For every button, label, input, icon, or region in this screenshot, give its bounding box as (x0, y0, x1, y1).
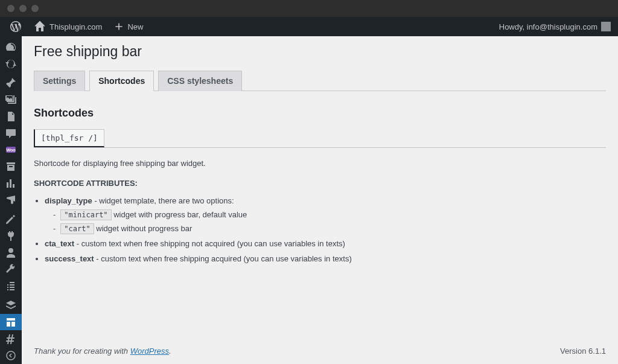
sidebar-item-appearance[interactable] (0, 211, 22, 228)
display-type-options: "minicart" widget with progress bar, def… (45, 210, 606, 233)
minimize-window-dot[interactable] (19, 5, 27, 12)
sidebar-item-comments[interactable] (0, 125, 22, 142)
sidebar-item-users[interactable] (0, 244, 22, 261)
window-titlebar (0, 0, 618, 17)
sidebar-item-analytics[interactable] (0, 175, 22, 192)
opt-cart: "cart" widget without progress bar (53, 224, 606, 233)
sidebar-item-generic-2[interactable] (0, 330, 22, 347)
sidebar-item-products[interactable] (0, 158, 22, 175)
settings-icon (5, 280, 17, 292)
chart-bar-icon (5, 177, 17, 190)
pin-icon (5, 77, 17, 89)
svg-point-2 (7, 351, 15, 360)
opt-desc: widget without progress bar (94, 224, 193, 233)
layers-icon (5, 299, 17, 311)
wordpress-link[interactable]: WordPress (130, 346, 169, 356)
plugin-active-icon (5, 316, 17, 328)
svg-text:Woo: Woo (6, 148, 15, 152)
attr-name: success_text (45, 254, 94, 263)
page-title: Free shipping bar (34, 43, 606, 60)
attr-success-text: success_text - custom text when free shi… (45, 254, 606, 263)
attributes-heading: SHORTCODE ATTRIBUTES: (34, 179, 606, 188)
sidebar-item-thisplugin[interactable] (0, 314, 22, 331)
footer-version: Version 6.1.1 (560, 346, 606, 356)
attributes-list: display_type - widget template, there ar… (34, 196, 606, 269)
section-heading: Shortcodes (34, 107, 606, 120)
brush-icon (5, 213, 17, 225)
plus-icon (114, 22, 124, 31)
tab-shortcodes[interactable]: Shortcodes (89, 71, 154, 91)
shortcode-code: [thpl_fsr /] (34, 129, 104, 147)
sidebar-item-media[interactable] (0, 91, 22, 108)
woo-icon: Woo (5, 144, 17, 156)
attr-desc: - custom text when free shipping acquire… (94, 254, 352, 263)
wordpress-icon (10, 21, 22, 33)
sidebar-item-pages[interactable] (0, 108, 22, 125)
user-avatar[interactable] (601, 22, 611, 31)
admin-top-bar: Thisplugin.com New Howdy, info@thisplugi… (0, 17, 618, 36)
plugin-icon (5, 230, 17, 242)
opt-code: "minicart" (60, 209, 111, 220)
admin-footer: Thank you for creating with WordPress. V… (34, 336, 606, 364)
main-content: Free shipping bar Settings Shortcodes CS… (22, 36, 618, 364)
admin-sidebar: Woo (0, 36, 22, 364)
attr-display-type: display_type - widget template, there ar… (45, 196, 606, 233)
zoom-window-dot[interactable] (31, 5, 39, 12)
site-name-link[interactable]: Thisplugin.com (29, 17, 107, 36)
sidebar-item-woocommerce[interactable]: Woo (0, 141, 22, 158)
attr-name: cta_text (45, 239, 74, 248)
footer-thankyou: Thank you for creating with WordPress. (34, 346, 171, 356)
close-window-dot[interactable] (7, 5, 14, 12)
opt-desc: widget with progress bar, default value (112, 210, 247, 219)
sidebar-item-updates[interactable] (0, 56, 22, 72)
new-label: New (127, 22, 143, 31)
shortcode-description: Shortcode for displaying free shipping b… (34, 159, 606, 168)
new-content-menu[interactable]: New (109, 17, 148, 36)
megaphone-icon (5, 194, 17, 206)
collapse-icon (5, 350, 17, 362)
sidebar-item-tools[interactable] (0, 261, 22, 278)
tab-settings[interactable]: Settings (34, 71, 85, 91)
attr-name: display_type (45, 196, 92, 205)
archive-icon (5, 161, 17, 173)
footer-post-text: . (169, 346, 171, 356)
dashboard-icon (5, 41, 17, 53)
user-icon (5, 247, 17, 259)
attr-desc: - widget template, there are two options… (92, 196, 234, 205)
sidebar-item-marketing[interactable] (0, 192, 22, 209)
sidebar-item-settings[interactable] (0, 278, 22, 295)
separator-line (34, 147, 606, 148)
media-icon (5, 94, 17, 106)
sidebar-item-dashboard[interactable] (0, 39, 22, 56)
update-icon (5, 58, 17, 70)
howdy-greeting[interactable]: Howdy, info@thisplugin.com (499, 22, 597, 31)
hash-icon (5, 333, 17, 345)
sidebar-item-generic-1[interactable] (0, 297, 22, 314)
wrench-icon (5, 263, 17, 275)
footer-pre-text: Thank you for creating with (34, 346, 130, 356)
wp-logo-menu[interactable] (5, 17, 27, 36)
site-name-label: Thisplugin.com (49, 22, 102, 31)
tabs-nav: Settings Shortcodes CSS stylesheets (34, 71, 606, 91)
attr-desc: - custom text when free shipping not acq… (74, 239, 345, 248)
tab-css-stylesheets[interactable]: CSS stylesheets (158, 71, 242, 91)
sidebar-item-posts[interactable] (0, 75, 22, 92)
home-icon (34, 21, 46, 33)
opt-minicart: "minicart" widget with progress bar, def… (53, 210, 606, 219)
opt-code: "cart" (60, 223, 94, 234)
page-icon (5, 110, 17, 123)
sidebar-item-collapse[interactable] (0, 347, 22, 364)
sidebar-item-plugins[interactable] (0, 228, 22, 244)
comment-icon (5, 127, 17, 139)
attr-cta-text: cta_text - custom text when free shippin… (45, 239, 606, 248)
